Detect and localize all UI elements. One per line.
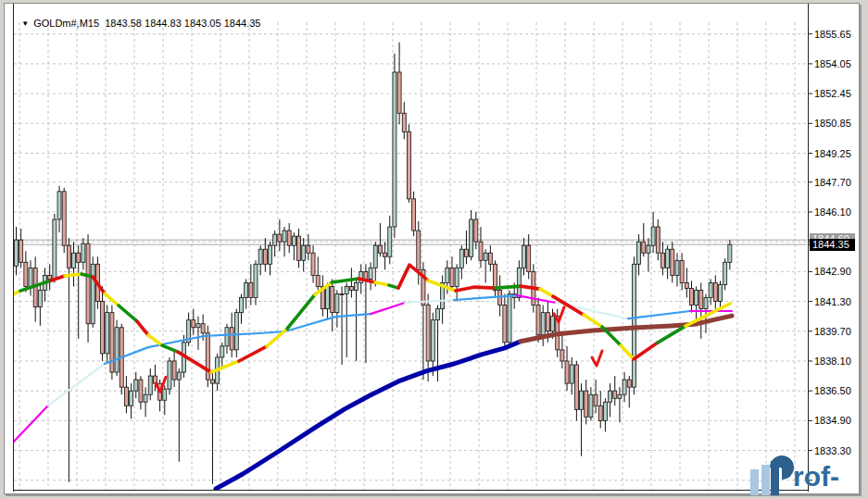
axis-price-label: 1834.90	[814, 415, 862, 426]
axis-price-label: 1839.70	[814, 326, 862, 337]
chart-title: ▼GOLDm#,M15 1843.58 1844.83 1843.05 1844…	[10, 6, 260, 40]
axis-price-label: 1846.10	[814, 206, 862, 218]
axis-price-label: 1850.85	[814, 118, 862, 129]
price-chart[interactable]	[0, 0, 868, 499]
axis-price-label: 1838.10	[814, 356, 862, 367]
axis-price-label: 1841.30	[814, 296, 862, 307]
axis-price-label: 1852.45	[814, 88, 862, 99]
axis-price-label: 1847.70	[814, 177, 862, 188]
axis-price-label: 1842.90	[814, 266, 862, 277]
prof-fx-logo: rof-FX	[747, 454, 867, 496]
axis-price-label: 1849.25	[814, 148, 862, 159]
chart-dropdown-icon[interactable]: ▼	[21, 19, 29, 28]
bid-price-label: 1844.35	[810, 239, 855, 251]
ohlc-values: 1843.58 1844.83 1843.05 1844.35	[105, 18, 260, 29]
logo-bar-icon	[750, 469, 759, 495]
logo-p-stem	[771, 461, 779, 495]
axis-price-label: 1854.05	[814, 58, 862, 69]
axis-price-label: 1855.65	[814, 29, 862, 40]
axis-price-label: 1836.50	[814, 385, 862, 396]
logo-bar-icon	[761, 465, 770, 495]
symbol-label: GOLDm#,M15	[33, 18, 99, 29]
logo-text: rof-FX	[793, 461, 867, 499]
screenshot-root: ▼GOLDm#,M15 1843.58 1844.83 1843.05 1844…	[0, 0, 868, 499]
